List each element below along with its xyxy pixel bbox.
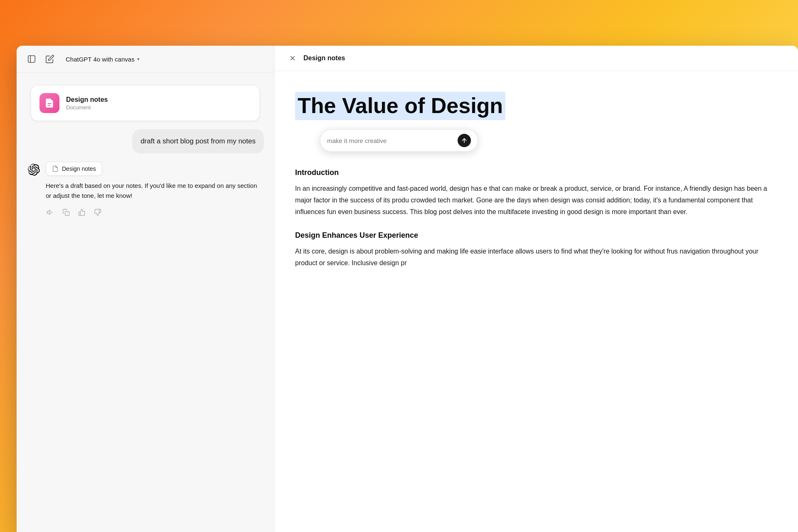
card-title: Design notes [66, 96, 108, 103]
document-icon [44, 98, 55, 108]
section-ux: Design Enhances User Experience At its c… [295, 231, 775, 269]
doc-content: The Value of Design Introduction [274, 71, 798, 532]
svg-marker-4 [47, 210, 50, 215]
reference-label: Design notes [62, 165, 96, 172]
doc-header: Design notes [274, 46, 798, 71]
inline-edit-submit-button[interactable] [458, 134, 471, 147]
main-window: ChatGPT 4o with canvas ▾ Design notes [17, 46, 798, 532]
card-text: Design notes Document [66, 96, 108, 111]
chat-header: ChatGPT 4o with canvas ▾ [17, 46, 274, 73]
design-notes-card: Design notes Document [31, 85, 260, 121]
inline-edit-input[interactable] [327, 137, 453, 144]
title-area: The Value of Design [295, 92, 775, 135]
chevron-down-icon: ▾ [137, 57, 140, 62]
assistant-message-text: Here's a draft based on your notes. If y… [46, 181, 264, 202]
section-introduction: Introduction In an increasingly competit… [295, 168, 775, 218]
sidebar-toggle-button[interactable] [26, 53, 37, 65]
chat-messages: Design notes Document draft a short blog… [17, 73, 274, 532]
section2-paragraph: At its core, design is about problem-sol… [295, 246, 775, 269]
thumbs-up-icon[interactable] [77, 208, 86, 217]
doc-icon-container [39, 93, 59, 113]
close-button[interactable] [288, 53, 298, 63]
reference-pill[interactable]: Design notes [46, 162, 102, 176]
volume-icon[interactable] [46, 208, 55, 217]
edit-button[interactable] [44, 53, 56, 65]
chat-panel: ChatGPT 4o with canvas ▾ Design notes [17, 46, 274, 532]
thumbs-down-icon[interactable] [93, 208, 102, 217]
action-icons-row [46, 208, 264, 217]
openai-logo-icon [27, 163, 40, 176]
user-message: draft a short blog post from my notes [132, 129, 264, 153]
assistant-content: Design notes Here's a draft based on you… [46, 162, 264, 217]
assistant-avatar [27, 163, 41, 177]
doc-panel-title: Design notes [303, 54, 345, 62]
svg-rect-5 [65, 212, 69, 216]
model-name-label: ChatGPT 4o with canvas [66, 56, 135, 63]
section1-paragraph: In an increasingly competitive and fast-… [295, 183, 775, 218]
doc-panel: Design notes The Value of Design [274, 46, 798, 532]
inline-edit-bar [320, 129, 478, 152]
assistant-row: Design notes Here's a draft based on you… [27, 162, 264, 217]
reference-doc-icon [52, 165, 59, 172]
svg-rect-0 [28, 56, 35, 63]
copy-icon[interactable] [62, 208, 71, 217]
doc-main-title: The Value of Design [295, 92, 505, 120]
model-selector[interactable]: ChatGPT 4o with canvas ▾ [62, 54, 143, 64]
section1-title: Introduction [295, 168, 775, 177]
card-subtitle: Document [66, 104, 108, 111]
section2-title: Design Enhances User Experience [295, 231, 775, 240]
